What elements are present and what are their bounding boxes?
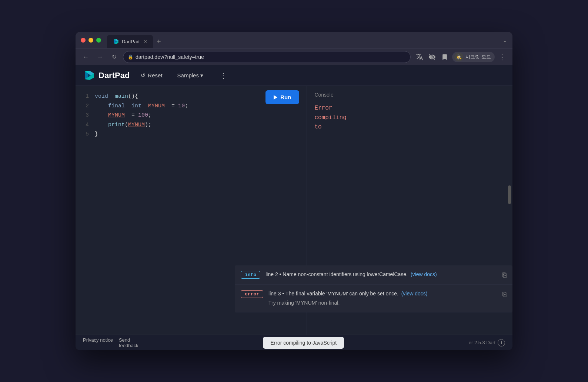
console-error: Errorcompilingto (314, 104, 505, 132)
scrollbar[interactable] (508, 185, 511, 204)
dartpad-header: DartPad ↺ Reset Samples ▾ ⋮ (76, 65, 512, 86)
browser-window: DartPad × + ⌄ ← → ↻ 🔒 dartpad.dev/?null_… (76, 32, 512, 350)
translate-icon (416, 53, 423, 61)
browser-tab-dartpad[interactable]: DartPad × (107, 35, 153, 48)
status-error-toast: Error compiling to JavaScript (138, 337, 469, 349)
refresh-button[interactable]: ↻ (109, 52, 119, 62)
samples-button[interactable]: Samples ▾ (174, 70, 207, 81)
dartpad-app: DartPad ↺ Reset Samples ▾ ⋮ 1 void main(… (76, 65, 512, 350)
error-view-docs-link[interactable]: (view docs) (401, 291, 428, 296)
profile-label: 시크릿 모드 (465, 54, 491, 60)
info-badge: info (241, 271, 260, 279)
browser-tab-title: DartPad (122, 39, 140, 44)
status-bar: Privacy notice Sendfeedback Error compil… (76, 335, 512, 350)
maximize-window-button[interactable] (96, 38, 101, 43)
samples-arrow-icon: ▾ (200, 72, 203, 79)
translate-button[interactable] (414, 52, 425, 62)
avatar: 🕵 (454, 53, 463, 61)
error-toast: Error compiling to JavaScript (263, 337, 344, 349)
bookmark-button[interactable] (440, 52, 450, 62)
dartpad-tab-icon (113, 38, 119, 44)
eye-slash-icon (428, 53, 436, 61)
code-line-3: 3 MYNUM = 100; (83, 111, 299, 120)
diagnostic-row-error: error line 3 • The final variable 'MYNUM… (235, 285, 512, 312)
browser-titlebar: DartPad × + ⌄ (76, 32, 512, 48)
minimize-window-button[interactable] (88, 38, 93, 43)
info-message: line 2 • Name non-constant identifiers u… (265, 271, 497, 278)
close-window-button[interactable] (81, 38, 86, 43)
dartpad-more-button[interactable]: ⋮ (216, 69, 231, 82)
reset-button[interactable]: ↺ Reset (137, 70, 166, 81)
status-version: er 2.5.3 Dart ℹ (469, 339, 505, 346)
bookmark-icon (441, 53, 448, 61)
error-message: line 3 • The final variable 'MYNUM' can … (268, 290, 497, 307)
code-line-5: 5 } (83, 130, 299, 139)
address-bar[interactable]: 🔒 dartpad.dev/?null_safety=true (123, 51, 411, 63)
lock-icon: 🔒 (128, 54, 133, 60)
dartpad-title: DartPad (98, 71, 130, 80)
traffic-lights (81, 38, 101, 43)
back-button[interactable]: ← (81, 52, 91, 62)
send-feedback-link[interactable]: Sendfeedback (119, 337, 138, 348)
new-tab-button[interactable]: + (154, 35, 164, 48)
dartpad-main: 1 void main(){ 2 final int MYNUM = 10; 3… (76, 86, 512, 335)
eye-slash-button[interactable] (427, 52, 437, 62)
tab-dropdown-button[interactable]: ⌄ (502, 37, 507, 44)
diagnostics-panel: info line 2 • Name non-constant identifi… (235, 265, 512, 312)
error-copy-button[interactable]: ⎘ (502, 291, 507, 298)
status-links: Privacy notice Sendfeedback (83, 337, 138, 348)
info-view-docs-link[interactable]: (view docs) (411, 271, 437, 277)
info-copy-button[interactable]: ⎘ (502, 271, 507, 279)
error-hint: Try making 'MYNUM' non-final. (268, 299, 497, 307)
run-button[interactable]: Run (265, 90, 299, 104)
error-badge: error (241, 290, 263, 298)
browser-navbar: ← → ↻ 🔒 dartpad.dev/?null_safety=true (76, 48, 512, 65)
code-line-4: 4 print(MYNUM); (83, 120, 299, 130)
privacy-notice-link[interactable]: Privacy notice (83, 337, 113, 348)
address-url: dartpad.dev/?null_safety=true (136, 54, 204, 60)
diagnostic-row-info: info line 2 • Name non-constant identifi… (235, 265, 512, 285)
refresh-icon: ↺ (141, 72, 146, 79)
tab-area: DartPad × + (107, 32, 500, 48)
dart-logo-icon (83, 70, 95, 81)
profile-badge[interactable]: 🕵 시크릿 모드 (452, 52, 495, 62)
browser-more-button[interactable]: ⋮ (497, 52, 507, 62)
console-title: Console (314, 92, 505, 98)
info-circle-button[interactable]: ℹ (498, 339, 505, 346)
tab-close-button[interactable]: × (144, 38, 147, 44)
dartpad-logo: DartPad (83, 70, 130, 81)
run-triangle-icon (274, 95, 277, 100)
nav-actions: 🕵 시크릿 모드 ⋮ (414, 52, 507, 62)
forward-button[interactable]: → (95, 52, 105, 62)
